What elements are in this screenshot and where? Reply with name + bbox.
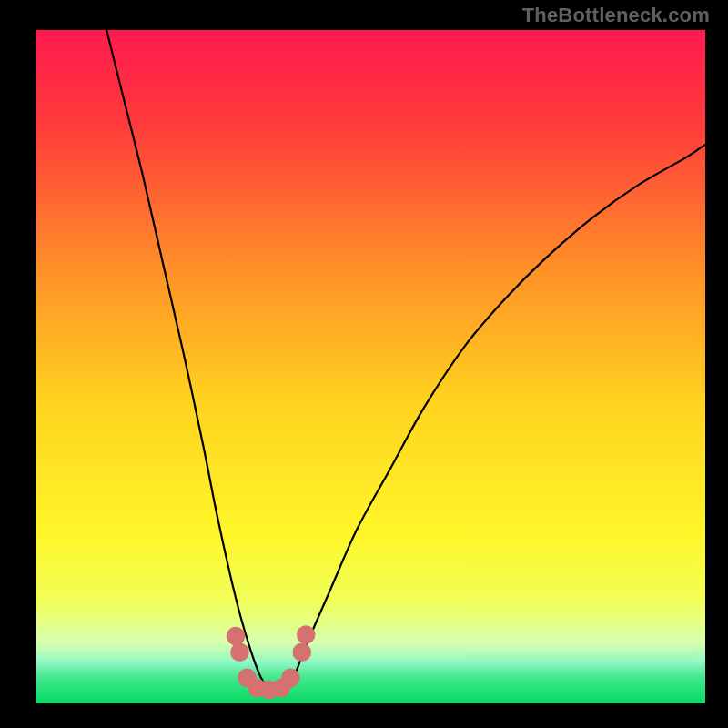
highlight-dot — [281, 669, 300, 688]
chart-frame: TheBottleneck.com — [0, 0, 728, 728]
chart-svg — [36, 30, 705, 703]
highlight-dot — [297, 625, 316, 644]
gradient-background — [36, 30, 705, 703]
plot-area — [36, 30, 705, 703]
attribution-text: TheBottleneck.com — [522, 4, 710, 27]
highlight-dot — [230, 642, 249, 662]
highlight-dot — [293, 642, 312, 662]
highlight-dot — [227, 627, 246, 646]
